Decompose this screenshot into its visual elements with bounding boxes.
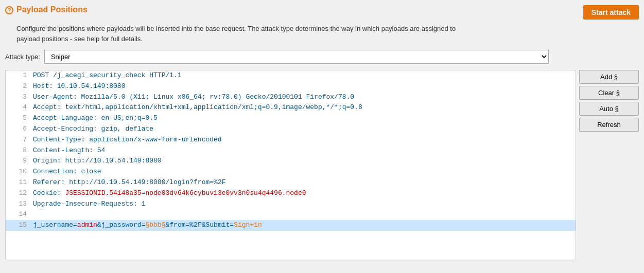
auto-section-button[interactable]: Auto §: [579, 102, 639, 116]
line-number: 10: [6, 167, 31, 177]
line-number: 15: [6, 220, 31, 231]
refresh-button[interactable]: Refresh: [579, 118, 639, 132]
table-row: 5Accept-Language: en-US,en;q=0.5: [6, 113, 576, 124]
line-content: Accept-Encoding: gzip, deflate: [31, 124, 576, 135]
line-number: 6: [6, 124, 31, 135]
line-number: 11: [6, 177, 31, 188]
line-content: Content-Length: 54: [31, 145, 576, 156]
table-row: 13Upgrade-Insecure-Requests: 1: [6, 199, 576, 210]
header-row: ? Payload Positions Start attack: [5, 5, 639, 20]
add-section-button[interactable]: Add §: [579, 70, 639, 84]
line-content: Content-Type: application/x-www-form-url…: [31, 135, 576, 145]
line-number: 12: [6, 188, 31, 199]
table-row: 15j_username=admin&j_password=§bbb§&from…: [6, 220, 576, 231]
line-number: 3: [6, 92, 31, 103]
table-row: 10Connection: close: [6, 167, 576, 177]
table-row: 3User-Agent: Mozilla/5.0 (X11; Linux x86…: [6, 92, 576, 103]
line-number: 1: [6, 70, 31, 81]
clear-section-button[interactable]: Clear §: [579, 86, 639, 100]
description: Configure the positions where payloads w…: [16, 24, 639, 44]
line-content: Upgrade-Insecure-Requests: 1: [31, 199, 576, 210]
start-attack-button[interactable]: Start attack: [583, 5, 639, 20]
line-number: 8: [6, 145, 31, 156]
line-content: Accept-Language: en-US,en;q=0.5: [31, 113, 576, 124]
help-icon[interactable]: ?: [5, 6, 13, 14]
line-number: 5: [6, 113, 31, 124]
description-line1: Configure the positions where payloads w…: [16, 25, 456, 32]
table-row: 12Cookie: JSESSIONID.54148a35=node03dv64…: [6, 188, 576, 199]
line-number: 14: [6, 209, 31, 220]
line-content: Origin: http://10.10.54.149:8080: [31, 156, 576, 167]
table-row: 6Accept-Encoding: gzip, deflate: [6, 124, 576, 135]
line-number: 9: [6, 156, 31, 167]
table-row: 8Content-Length: 54: [6, 145, 576, 156]
attack-type-label: Attack type:: [5, 53, 40, 61]
line-content: Host: 10.10.54.149:8080: [31, 81, 576, 92]
table-row: 11Referer: http://10.10.54.149:8080/logi…: [6, 177, 576, 188]
page-title: Payload Positions: [16, 5, 88, 14]
line-content: Connection: close: [31, 167, 576, 177]
main-content: 1POST /j_acegi_security_check HTTP/1.12H…: [5, 70, 639, 260]
attack-type-row: Attack type: Sniper Battering ram Pitchf…: [5, 50, 639, 64]
line-number: 13: [6, 199, 31, 210]
table-row: 14: [6, 209, 576, 220]
attack-type-select[interactable]: Sniper Battering ram Pitchfork Cluster b…: [44, 50, 549, 64]
line-content: User-Agent: Mozilla/5.0 (X11; Linux x86_…: [31, 92, 576, 103]
line-number: 2: [6, 81, 31, 92]
header-left: ? Payload Positions: [5, 5, 88, 14]
table-row: 1POST /j_acegi_security_check HTTP/1.1: [6, 70, 576, 81]
line-number: 7: [6, 135, 31, 145]
table-row: 7Content-Type: application/x-www-form-ur…: [6, 135, 576, 145]
line-content: Cookie: JSESSIONID.54148a35=node03dv64k6…: [31, 188, 576, 199]
line-content: POST /j_acegi_security_check HTTP/1.1: [31, 70, 576, 81]
line-content: Accept: text/html,application/xhtml+xml,…: [31, 102, 576, 113]
payload-positions-container: ? Payload Positions Start attack Configu…: [0, 0, 644, 273]
line-content: Referer: http://10.10.54.149:8080/login?…: [31, 177, 576, 188]
code-table: 1POST /j_acegi_security_check HTTP/1.12H…: [6, 70, 576, 231]
table-row: 4Accept: text/html,application/xhtml+xml…: [6, 102, 576, 113]
line-content: j_username=admin&j_password=§bbb§&from=%…: [31, 220, 576, 231]
line-number: 4: [6, 102, 31, 113]
sidebar-buttons: Add § Clear § Auto § Refresh: [579, 70, 639, 260]
description-line2: payload positions - see help for full de…: [16, 35, 143, 43]
table-row: 2Host: 10.10.54.149:8080: [6, 81, 576, 92]
code-area[interactable]: 1POST /j_acegi_security_check HTTP/1.12H…: [5, 70, 576, 260]
table-row: 9Origin: http://10.10.54.149:8080: [6, 156, 576, 167]
line-content: [31, 209, 576, 220]
